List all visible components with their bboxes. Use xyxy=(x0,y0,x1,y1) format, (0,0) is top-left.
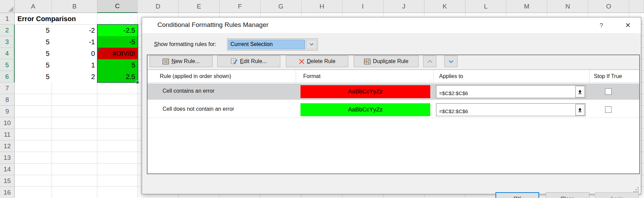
row-header-8[interactable]: 8 xyxy=(0,94,15,106)
new-rule-button[interactable]: New Rule... xyxy=(150,56,213,67)
fill-handle[interactable] xyxy=(136,81,139,84)
row-header-11[interactable]: 11 xyxy=(0,129,15,140)
delete-rule-button[interactable]: Delete Rule xyxy=(286,56,348,67)
format-preview: AaBbCcYyZz xyxy=(300,85,430,98)
column-header-D[interactable]: D xyxy=(138,0,179,13)
collapse-dialog-button[interactable] xyxy=(575,104,585,116)
cell-a4[interactable]: 5 xyxy=(15,48,52,59)
move-rule-down-button[interactable] xyxy=(444,56,458,67)
help-icon[interactable]: ? xyxy=(596,21,606,30)
format-preview: AaBbCcYyZz xyxy=(300,103,430,116)
column-header-M[interactable]: M xyxy=(506,0,547,13)
scope-dropdown[interactable]: Current Selection xyxy=(227,39,318,50)
close-button[interactable]: Close xyxy=(546,192,589,198)
up-arrow-icon xyxy=(577,107,583,112)
rule-row[interactable]: Cell contains an error AaBbCcYyZz xyxy=(148,83,639,100)
row-header-14[interactable]: 14 xyxy=(0,164,15,175)
cell-c5[interactable]: 5 xyxy=(97,59,138,71)
cell-b2[interactable]: -2 xyxy=(52,25,97,36)
select-all-triangle-icon xyxy=(8,6,13,12)
resize-grip[interactable] xyxy=(633,187,639,192)
dialog-body: Show formatting rules for: Current Selec… xyxy=(142,33,641,194)
row-header-4[interactable]: 4 xyxy=(0,48,15,59)
apply-button[interactable]: Apply xyxy=(595,192,639,198)
duplicate-rule-button[interactable]: Duplicate Rule xyxy=(354,56,419,67)
chevron-up-icon xyxy=(427,60,433,63)
row-header-9[interactable]: 9 xyxy=(0,106,15,117)
ok-button[interactable]: OK xyxy=(495,192,539,198)
column-header-B[interactable]: B xyxy=(52,0,97,13)
row-header-3[interactable]: 3 xyxy=(0,36,15,48)
move-rule-up-button[interactable] xyxy=(423,56,436,67)
row-header-1[interactable]: 1 xyxy=(0,13,15,25)
chevron-down-icon[interactable] xyxy=(306,40,317,49)
header-separator xyxy=(589,70,590,82)
column-header-A[interactable]: A xyxy=(15,0,52,13)
cell-a3[interactable]: 5 xyxy=(15,36,52,48)
column-header-C[interactable]: C xyxy=(97,0,138,13)
row-header-6[interactable]: 6 xyxy=(0,71,15,82)
dialog-titlebar[interactable]: Conditional Formatting Rules Manager ? ✕ xyxy=(142,17,641,33)
column-header-L[interactable]: L xyxy=(465,0,506,13)
column-header-K[interactable]: K xyxy=(424,0,465,13)
column-header-J[interactable]: J xyxy=(383,0,424,13)
red-x-icon xyxy=(299,59,305,64)
applies-to-input[interactable] xyxy=(436,85,586,98)
row-header-12[interactable]: 12 xyxy=(0,140,15,152)
row-header-2[interactable]: 2 xyxy=(0,25,15,36)
cell-b3[interactable]: -1 xyxy=(52,36,97,48)
column-header-N[interactable]: N xyxy=(547,0,588,13)
delete-rule-label: Delete Rule xyxy=(307,58,336,64)
cell-a6[interactable]: 5 xyxy=(15,71,52,82)
cell-c3[interactable]: -5 xyxy=(97,36,138,48)
edit-rule-button[interactable]: Edit Rule... xyxy=(217,56,280,67)
row-header-13[interactable]: 13 xyxy=(0,152,15,164)
stop-if-true-checkbox[interactable] xyxy=(605,88,612,95)
row-header-10[interactable]: 10 xyxy=(0,117,15,129)
column-header-applies-to: Applies to xyxy=(439,70,463,82)
row-header-15[interactable]: 15 xyxy=(0,175,15,187)
rule-name: Cell contains an error xyxy=(163,88,214,94)
cell-c2[interactable]: -2.5 xyxy=(97,25,138,36)
cell-c6[interactable]: 2.5 xyxy=(97,71,138,82)
table-icon xyxy=(364,59,370,64)
up-arrow-icon xyxy=(577,89,583,94)
header-separator xyxy=(433,70,434,82)
cell-b5[interactable]: 1 xyxy=(52,59,97,71)
column-header-I[interactable]: I xyxy=(342,0,383,13)
cell-a2[interactable]: 5 xyxy=(15,25,52,36)
dialog-title: Conditional Formatting Rules Manager xyxy=(157,21,268,29)
applies-to-input[interactable] xyxy=(436,103,586,116)
column-header-format: Format xyxy=(303,70,321,82)
column-header-H[interactable]: H xyxy=(302,0,342,13)
stop-if-true-checkbox[interactable] xyxy=(605,106,612,113)
cell-a1[interactable]: Error Comparison xyxy=(15,13,117,25)
column-header-G[interactable]: G xyxy=(261,0,302,13)
rules-list: Rule (applied in order shown) Format App… xyxy=(148,70,639,173)
rule-name: Cell does not contain an error xyxy=(163,106,234,112)
conditional-formatting-dialog: Conditional Formatting Rules Manager ? ✕… xyxy=(142,17,641,194)
column-header-E[interactable]: E xyxy=(179,0,220,13)
column-header-O[interactable]: O xyxy=(588,0,629,13)
close-icon[interactable]: ✕ xyxy=(622,20,634,30)
row-header-5[interactable]: 5 xyxy=(0,59,15,71)
row-header-16[interactable]: 16 xyxy=(0,187,15,198)
new-rule-label: New Rule... xyxy=(171,58,200,64)
cell-b4[interactable]: 0 xyxy=(52,48,97,59)
duplicate-rule-label: Duplicate Rule xyxy=(373,58,408,64)
header-underline xyxy=(148,82,639,83)
collapse-dialog-button[interactable] xyxy=(575,86,585,97)
select-all-corner[interactable] xyxy=(0,0,15,13)
column-header-F[interactable]: F xyxy=(220,0,261,13)
cell-a5[interactable]: 5 xyxy=(15,59,52,71)
show-rules-label: Show formatting rules for: xyxy=(154,41,216,47)
rules-panel: New Rule... Edit Rule... Delete Rule Dup… xyxy=(147,55,640,174)
screen: ABCDEFGHIJKLMNO12345678910111213141516Er… xyxy=(0,0,644,198)
rule-row[interactable]: Cell does not contain an error AaBbCcYyZ… xyxy=(148,102,639,118)
column-header-rule: Rule (applied in order shown) xyxy=(160,70,231,82)
column-header-partial[interactable] xyxy=(629,0,644,13)
cell-b6[interactable]: 2 xyxy=(52,71,97,82)
row-header-7[interactable]: 7 xyxy=(0,82,15,94)
cell-c4[interactable]: #DIV/0! xyxy=(97,48,138,59)
header-separator xyxy=(296,70,296,82)
